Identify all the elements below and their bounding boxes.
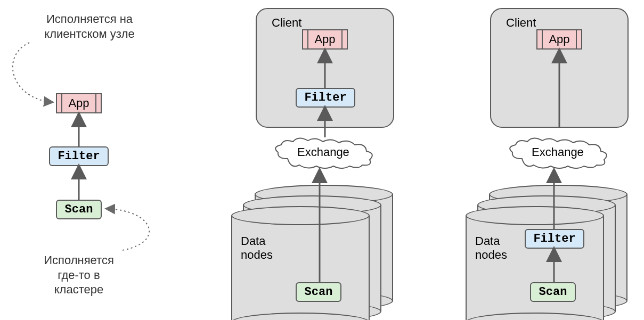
exchange-label: Exchange — [297, 145, 349, 159]
scan-label: Scan — [539, 285, 567, 299]
filter-label: Filter — [304, 91, 346, 104]
scan-box: Scan — [56, 200, 102, 219]
annotation-line: клиентском узле — [44, 27, 134, 40]
scan-label: Scan — [305, 285, 333, 299]
data-nodes-label: Data nodes — [241, 234, 273, 262]
annotation-cluster: Исполняется где-то в кластере — [26, 253, 132, 297]
app-label: App — [68, 96, 89, 110]
app-label: App — [314, 32, 335, 46]
data-node-cylinder — [231, 216, 370, 320]
diagram-canvas: Исполняется на клиентском узле App Filte… — [0, 0, 644, 320]
label-line: Data — [475, 234, 500, 248]
app-box: App — [302, 29, 348, 50]
label-line: nodes — [241, 248, 273, 261]
filter-box: Filter — [49, 146, 109, 166]
client-label: Client — [272, 16, 301, 30]
annotation-line: Исполняется — [44, 253, 114, 267]
annotation-line: кластере — [54, 283, 103, 296]
annotation-line: где-то в — [58, 268, 100, 282]
scan-box: Scan — [530, 282, 576, 302]
filter-label: Filter — [58, 150, 100, 163]
label-line: Data — [241, 234, 265, 248]
annotation-client-node: Исполняется на клиентском узле — [26, 12, 153, 41]
scan-box: Scan — [296, 282, 341, 302]
data-nodes-label: Data nodes — [475, 234, 507, 262]
app-box: App — [56, 93, 102, 113]
label-line: nodes — [475, 248, 507, 261]
filter-box: Filter — [525, 229, 584, 249]
client-label: Client — [506, 16, 536, 30]
annotation-line: Исполняется на — [46, 12, 133, 26]
scan-label: Scan — [65, 203, 93, 216]
filter-label: Filter — [533, 232, 575, 245]
app-box: App — [536, 29, 582, 50]
app-label: App — [549, 32, 569, 46]
exchange-label: Exchange — [532, 145, 584, 159]
filter-box: Filter — [296, 88, 355, 108]
